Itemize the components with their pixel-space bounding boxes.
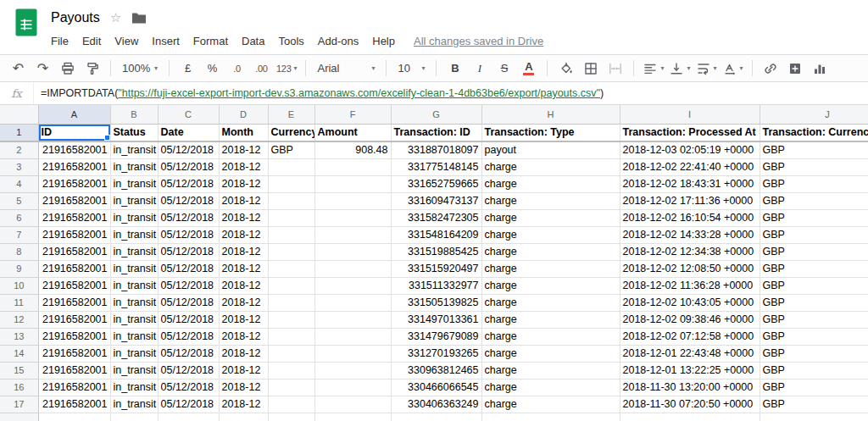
paint-format-button[interactable]: [81, 58, 103, 80]
cell-I14[interactable]: 2018-12-01 22:43:48 +0000: [620, 345, 760, 362]
cell-A15[interactable]: 21916582001: [38, 362, 110, 379]
row-header-12[interactable]: 12: [0, 311, 38, 328]
cell-F14[interactable]: [314, 345, 391, 362]
cell-J16[interactable]: GBP: [760, 379, 868, 396]
cell-C12[interactable]: 05/12/2018: [158, 311, 219, 328]
cell-G3[interactable]: 331775148145: [391, 158, 481, 175]
cell-F2[interactable]: 908.48: [314, 141, 391, 158]
cell-E14[interactable]: [268, 345, 314, 362]
menu-data[interactable]: Data: [235, 33, 271, 49]
row-header-7[interactable]: 7: [0, 226, 38, 243]
fill-color-button[interactable]: [554, 58, 577, 80]
cell-E13[interactable]: [268, 328, 314, 345]
cell-D1[interactable]: Month: [219, 124, 268, 141]
vertical-align-button[interactable]: ▾: [667, 58, 692, 80]
menu-view[interactable]: View: [108, 33, 145, 49]
cell-D5[interactable]: 2018-12: [219, 192, 268, 209]
cell-A9[interactable]: 21916582001: [38, 260, 110, 277]
cell-C11[interactable]: 05/12/2018: [158, 294, 219, 311]
column-header-H[interactable]: H: [481, 105, 620, 124]
undo-button[interactable]: ↶: [7, 58, 30, 80]
cell-A3[interactable]: 21916582001: [38, 158, 110, 175]
cell-H4[interactable]: charge: [481, 175, 620, 192]
cell-H2[interactable]: payout: [481, 141, 620, 158]
cell-F8[interactable]: [314, 243, 391, 260]
print-button[interactable]: [56, 58, 79, 80]
cell-F4[interactable]: [314, 175, 391, 192]
cell-D17[interactable]: 2018-12: [219, 396, 268, 413]
cell-F7[interactable]: [314, 226, 391, 243]
cell-H6[interactable]: charge: [481, 209, 620, 226]
cell-A16[interactable]: 21916582001: [38, 379, 110, 396]
cell-B3[interactable]: in_transit: [110, 158, 158, 175]
cell-D9[interactable]: 2018-12: [219, 260, 268, 277]
row-header-11[interactable]: 11: [0, 294, 38, 311]
cell-A17[interactable]: 21916582001: [38, 396, 110, 413]
cell-C5[interactable]: 05/12/2018: [158, 192, 219, 209]
column-header-E[interactable]: E: [268, 105, 314, 124]
increase-decimal-button[interactable]: .00: [250, 58, 273, 80]
menu-addons[interactable]: Add-ons: [311, 33, 365, 49]
cell-B10[interactable]: in_transit: [110, 277, 158, 294]
row-header-partial[interactable]: [0, 413, 38, 421]
menu-help[interactable]: Help: [365, 33, 402, 49]
cell-G14[interactable]: 331270193265: [391, 345, 481, 362]
cell-F6[interactable]: [314, 209, 391, 226]
cell-H10[interactable]: charge: [481, 277, 620, 294]
cell-I15[interactable]: 2018-12-01 13:22:25 +0000: [620, 362, 760, 379]
cell-D8[interactable]: 2018-12: [219, 243, 268, 260]
cell-G10[interactable]: 331511332977: [391, 277, 481, 294]
cell-B-partial[interactable]: [110, 413, 158, 421]
cell-H12[interactable]: charge: [481, 311, 620, 328]
cell-H5[interactable]: charge: [481, 192, 620, 209]
menu-edit[interactable]: Edit: [75, 33, 108, 49]
row-header-1[interactable]: 1: [0, 124, 38, 141]
cell-A13[interactable]: 21916582001: [38, 328, 110, 345]
cell-H14[interactable]: charge: [481, 345, 620, 362]
select-all-corner[interactable]: [0, 105, 38, 124]
cell-D3[interactable]: 2018-12: [219, 158, 268, 175]
save-status-link[interactable]: All changes saved in Drive: [414, 35, 543, 47]
text-color-button[interactable]: A: [517, 58, 540, 80]
menu-insert[interactable]: Insert: [145, 33, 186, 49]
merge-cells-button[interactable]: [604, 58, 626, 80]
cell-J12[interactable]: GBP: [760, 311, 868, 328]
row-header-5[interactable]: 5: [0, 192, 38, 209]
cell-E11[interactable]: [268, 294, 314, 311]
cell-B2[interactable]: in_transit: [110, 141, 158, 158]
column-header-I[interactable]: I: [620, 105, 760, 124]
cell-F11[interactable]: [314, 294, 391, 311]
cell-F16[interactable]: [314, 379, 391, 396]
cell-C7[interactable]: 05/12/2018: [158, 226, 219, 243]
cell-J6[interactable]: GBP: [760, 209, 868, 226]
cell-D14[interactable]: 2018-12: [219, 345, 268, 362]
row-header-15[interactable]: 15: [0, 362, 38, 379]
cell-H13[interactable]: charge: [481, 328, 620, 345]
cell-J10[interactable]: GBP: [760, 277, 868, 294]
row-header-14[interactable]: 14: [0, 345, 38, 362]
cell-F12[interactable]: [314, 311, 391, 328]
cell-J-partial[interactable]: [760, 413, 868, 421]
cell-E3[interactable]: [268, 158, 314, 175]
cell-I1[interactable]: Transaction: Processed At: [620, 124, 760, 141]
cell-C6[interactable]: 05/12/2018: [158, 209, 219, 226]
cell-I8[interactable]: 2018-12-02 12:34:38 +0000: [620, 243, 760, 260]
cell-F13[interactable]: [314, 328, 391, 345]
cell-H16[interactable]: charge: [481, 379, 620, 396]
more-formats-button[interactable]: 123 ▾: [275, 58, 298, 80]
cell-A7[interactable]: 21916582001: [38, 226, 110, 243]
cell-D-partial[interactable]: [219, 413, 268, 421]
cell-C8[interactable]: 05/12/2018: [158, 243, 219, 260]
row-header-17[interactable]: 17: [0, 396, 38, 413]
folder-icon[interactable]: [131, 12, 147, 25]
cell-A6[interactable]: 21916582001: [38, 209, 110, 226]
cell-I11[interactable]: 2018-12-02 10:43:05 +0000: [620, 294, 760, 311]
cell-D13[interactable]: 2018-12: [219, 328, 268, 345]
cell-F5[interactable]: [314, 192, 391, 209]
cell-I10[interactable]: 2018-12-02 11:36:28 +0000: [620, 277, 760, 294]
format-percent-button[interactable]: %: [201, 58, 224, 80]
cell-E12[interactable]: [268, 311, 314, 328]
column-header-B[interactable]: B: [110, 105, 158, 124]
cell-A2[interactable]: 21916582001: [38, 141, 110, 158]
cell-G6[interactable]: 331582472305: [391, 209, 481, 226]
